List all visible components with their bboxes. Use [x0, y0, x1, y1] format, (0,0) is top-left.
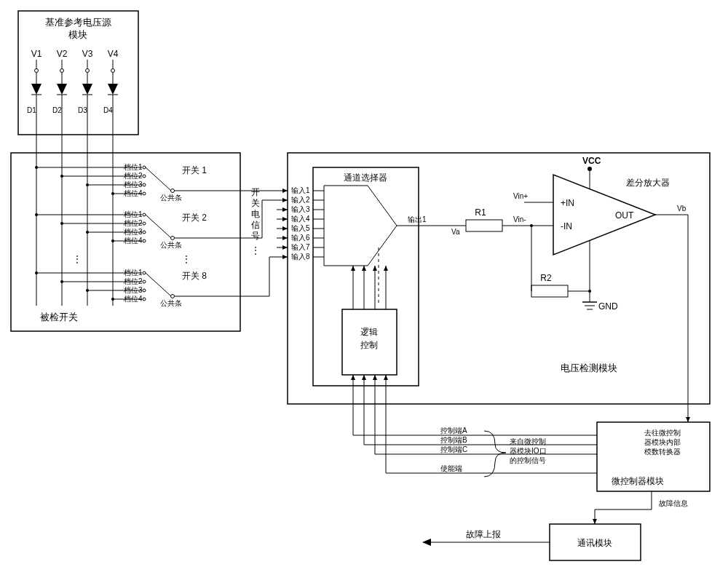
svg-text:输入1: 输入1 [291, 186, 310, 194]
svg-text:输入8: 输入8 [291, 253, 310, 261]
d1-label: D1 [27, 106, 36, 114]
svg-point-61 [143, 213, 146, 216]
sw2-label: 开关 2 [182, 213, 207, 223]
out-label: OUT [615, 210, 634, 221]
switch-box-title: 被检开关 [40, 312, 78, 322]
svg-marker-190 [422, 539, 431, 546]
svg-text:去往微控制: 去往微控制 [644, 429, 681, 437]
svg-marker-146 [351, 375, 355, 380]
comm-title: 通讯模块 [577, 538, 612, 548]
gnd-label: GND [598, 301, 618, 312]
svg-text:档位1: 档位1 [123, 163, 143, 171]
svg-marker-108 [282, 207, 288, 212]
plus-in: +IN [561, 198, 574, 208]
svg-marker-110 [282, 226, 288, 231]
sw8-label: 开关 8 [182, 271, 207, 281]
svg-point-90 [171, 295, 175, 298]
diode-d1 [31, 73, 41, 135]
svg-rect-114 [313, 167, 419, 386]
svg-text:电: 电 [251, 209, 260, 219]
switch-8: 档位1 档位2 档位3 档位4 开关 8 公共条 [35, 257, 288, 307]
svg-text:档位3: 档位3 [123, 181, 143, 189]
svg-text:⋮: ⋮ [251, 245, 260, 255]
svg-rect-163 [531, 285, 568, 297]
svg-text:来自微控制: 来自微控制 [510, 437, 546, 445]
svg-text:档位2: 档位2 [123, 277, 143, 285]
svg-marker-140 [362, 266, 366, 271]
svg-point-5 [35, 69, 39, 73]
svg-text:公共条: 公共条 [160, 299, 182, 307]
svg-marker-123 [324, 186, 397, 266]
svg-point-45 [143, 192, 146, 195]
diode-d4 [108, 73, 118, 135]
svg-point-43 [143, 175, 146, 178]
mcu-title: 微控制器模块 [612, 476, 664, 486]
vcc-label: VCC [582, 156, 601, 166]
enable: 使能端 [440, 464, 462, 472]
svg-text:档位3: 档位3 [123, 228, 143, 236]
r1-label: R1 [475, 207, 486, 218]
svg-marker-152 [384, 375, 388, 380]
svg-text:输入6: 输入6 [291, 234, 310, 242]
svg-marker-142 [373, 266, 377, 271]
selector-output-label: 输出1 [408, 215, 427, 223]
diff-amplifier: R1 Vin- Vin+ +IN -IN OUT 差分放大器 Vb VCC R2… [466, 156, 688, 312]
svg-text:号: 号 [251, 231, 260, 241]
v2-label: V2 [57, 49, 68, 59]
svg-marker-148 [362, 375, 366, 380]
vin-minus: Vin- [513, 215, 526, 223]
svg-point-159 [587, 167, 592, 171]
ref-voltage-module: 基准参考电压源 模块 V1 V2 V3 V4 [18, 11, 138, 135]
r2-label: R2 [540, 273, 552, 283]
svg-text:⋮: ⋮ [182, 254, 191, 264]
svg-point-87 [143, 289, 146, 292]
svg-line-89 [146, 273, 171, 296]
comm-module: 通讯模块 故障信息 故障上报 [422, 491, 688, 560]
va-label: Va [451, 228, 460, 236]
svg-text:控制: 控制 [360, 340, 378, 350]
svg-text:输入2: 输入2 [291, 196, 310, 204]
v1-label: V1 [31, 49, 42, 59]
vb-label: Vb [677, 205, 687, 213]
svg-marker-188 [593, 519, 597, 524]
svg-point-7 [86, 69, 90, 73]
switch-2: 档位1 档位2 档位3 档位4 开关 2 公共条 [35, 200, 288, 249]
svg-text:器模块内部: 器模块内部 [644, 438, 681, 446]
svg-point-62 [143, 222, 146, 225]
svg-marker-144 [384, 266, 388, 271]
svg-text:档位2: 档位2 [123, 219, 143, 227]
fault-report-label: 故障上报 [466, 529, 501, 539]
d3-label: D3 [78, 106, 87, 114]
svg-point-6 [60, 69, 64, 73]
amp-title: 差分放大器 [626, 178, 670, 188]
ref-title-1: 基准参考电压源 [45, 17, 111, 28]
svg-text:档位2: 档位2 [123, 172, 143, 180]
svg-marker-10 [31, 84, 41, 95]
ctrl-b: 控制端B [440, 436, 467, 444]
svg-marker-113 [282, 255, 288, 259]
switch-1: 档位1 档位2 档位3 档位4 开关 1 公共条 [35, 163, 288, 202]
svg-text:输入4: 输入4 [291, 215, 310, 223]
svg-text:输入5: 输入5 [291, 224, 310, 232]
svg-point-64 [143, 239, 146, 242]
svg-text:⋮: ⋮ [73, 254, 82, 264]
svg-marker-14 [57, 84, 67, 95]
svg-marker-22 [108, 84, 118, 95]
svg-text:器模块IO口: 器模块IO口 [510, 447, 547, 455]
svg-point-42 [143, 166, 146, 169]
minus-in: -IN [561, 221, 572, 231]
svg-text:的控制信号: 的控制信号 [510, 456, 546, 464]
voltage-detection-box [288, 153, 710, 404]
sw1-label: 开关 1 [182, 165, 207, 175]
svg-text:公共条: 公共条 [160, 241, 182, 249]
svg-text:档位1: 档位1 [123, 269, 143, 277]
vin-plus: Vin+ [513, 192, 528, 200]
svg-marker-107 [282, 198, 288, 202]
svg-point-63 [143, 231, 146, 234]
svg-marker-138 [351, 266, 355, 271]
svg-marker-106 [282, 189, 288, 193]
svg-text:档位1: 档位1 [123, 210, 143, 218]
svg-marker-112 [282, 245, 288, 250]
svg-rect-153 [466, 220, 502, 231]
svg-text:模数转换器: 模数转换器 [644, 448, 681, 456]
